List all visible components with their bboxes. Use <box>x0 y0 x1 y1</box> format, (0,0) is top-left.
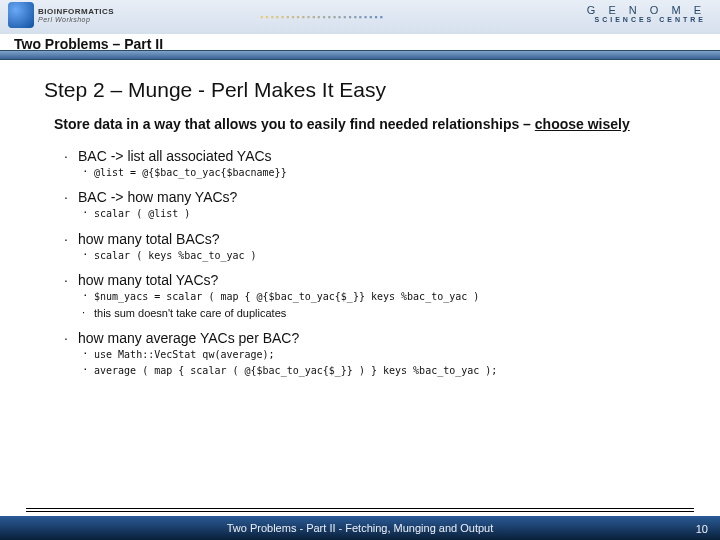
intro-text: Store data in a way that allows you to e… <box>54 116 700 134</box>
slide: BIOINFORMATICS Perl Workshop G E N O M E… <box>0 0 720 540</box>
logo-left-text: BIOINFORMATICS Perl Workshop <box>38 7 114 23</box>
intro-pre: Store data in a way that allows you to e… <box>54 116 535 132</box>
logo-left: BIOINFORMATICS Perl Workshop <box>8 2 114 28</box>
page-number: 10 <box>696 523 708 535</box>
list-item: how many total BACs?scalar ( keys %bac_t… <box>78 231 700 263</box>
list-item: how many total YACs?$num_yacs = scalar (… <box>78 272 700 320</box>
items-container: BAC -> list all associated YACs@list = @… <box>44 148 700 378</box>
header-decoration <box>260 6 470 26</box>
list-item: BAC -> how many YACs?scalar ( @list ) <box>78 189 700 221</box>
item-note: this sum doesn't take care of duplicates <box>94 306 700 321</box>
item-head: how many total YACs? <box>78 272 700 288</box>
item-head: how many total BACs? <box>78 231 700 247</box>
main-title: Step 2 – Munge - Perl Makes It Easy <box>44 78 700 102</box>
item-code: use Math::VecStat qw(average); <box>94 348 700 362</box>
item-head: BAC -> how many YACs? <box>78 189 700 205</box>
title-bar: Two Problems – Part II <box>0 34 720 60</box>
item-code: $num_yacs = scalar ( map { @{$bac_to_yac… <box>94 290 700 304</box>
footer-text: Two Problems - Part II - Fetching, Mungi… <box>227 522 494 534</box>
slide-header: Two Problems – Part II <box>14 36 163 58</box>
item-head: how many average YACs per BAC? <box>78 330 700 346</box>
logo-right-main: G E N O M E <box>587 4 706 16</box>
intro-underline: choose wisely <box>535 116 630 132</box>
item-code: average ( map { scalar ( @{$bac_to_yac{$… <box>94 364 700 378</box>
logo-left-top: BIOINFORMATICS <box>38 7 114 16</box>
logo-right: G E N O M E SCIENCES CENTRE <box>587 4 706 23</box>
item-code: scalar ( @list ) <box>94 207 700 221</box>
footer-band: Two Problems - Part II - Fetching, Mungi… <box>0 516 720 540</box>
item-code: @list = @{$bac_to_yac{$bacname}} <box>94 166 700 180</box>
logo-icon <box>8 2 34 28</box>
list-item: how many average YACs per BAC?use Math::… <box>78 330 700 377</box>
item-head: BAC -> list all associated YACs <box>78 148 700 164</box>
list-item: BAC -> list all associated YACs@list = @… <box>78 148 700 180</box>
footer-rule <box>26 502 694 516</box>
logo-right-sub: SCIENCES CENTRE <box>587 16 706 23</box>
header-band: BIOINFORMATICS Perl Workshop G E N O M E… <box>0 0 720 34</box>
content: Step 2 – Munge - Perl Makes It Easy Stor… <box>44 78 700 387</box>
logo-left-sub: Perl Workshop <box>38 16 114 23</box>
item-code: scalar ( keys %bac_to_yac ) <box>94 249 700 263</box>
